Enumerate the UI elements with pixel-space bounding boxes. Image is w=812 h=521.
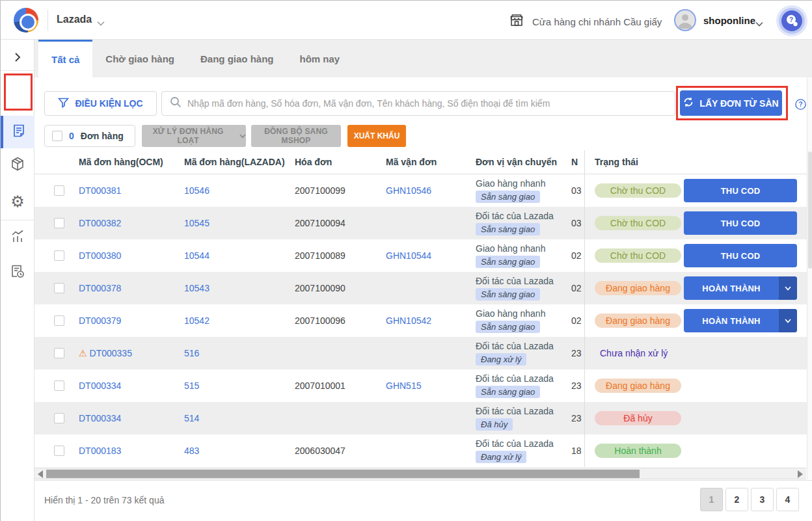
chevron-down-icon[interactable] <box>779 309 797 332</box>
status-action-button[interactable]: HOÀN THÀNH <box>684 276 797 300</box>
ocm-order-link[interactable]: DT000379 <box>79 315 121 326</box>
sidebar-expand-button[interactable] <box>1 43 34 72</box>
cell-ocm: ⚠DT000380 <box>74 250 179 261</box>
selected-orders-box: 0 Đơn hàng <box>44 125 135 147</box>
page-button-2[interactable]: 2 <box>725 488 748 511</box>
lazada-order-link[interactable]: 10543 <box>184 283 210 293</box>
carrier-name: Đối tác của Lazada <box>476 406 571 416</box>
select-all-checkbox[interactable] <box>52 131 62 141</box>
row-checkbox[interactable] <box>54 218 64 228</box>
export-button[interactable]: XUẤT KHẨU <box>347 125 406 147</box>
col-header-tracking: Mã vận đơn <box>381 157 470 167</box>
lazada-order-link[interactable]: 10544 <box>184 250 210 261</box>
avatar[interactable] <box>674 9 696 31</box>
action-button-label: HOÀN THÀNH <box>684 276 779 300</box>
pagination: 1234 <box>700 488 799 511</box>
user-menu[interactable]: shoponline <box>703 15 755 26</box>
package-icon <box>10 156 25 174</box>
cell-checkbox <box>34 381 74 391</box>
row-checkbox[interactable] <box>54 283 64 293</box>
page-button-1[interactable]: 1 <box>700 488 723 511</box>
row-checkbox[interactable] <box>54 250 64 261</box>
row-checkbox[interactable] <box>54 381 64 391</box>
row-checkbox[interactable] <box>54 315 64 326</box>
ocm-order-link[interactable]: DT000183 <box>79 446 121 456</box>
lazada-order-link[interactable]: 10542 <box>184 315 210 326</box>
carrier-status-badge: Sẵn sàng giao <box>476 288 540 301</box>
sync-to-mshop-label: ĐỒNG BỘ SANG MSHOP <box>251 127 341 145</box>
page-button-3[interactable]: 3 <box>751 488 774 511</box>
table-footer: Hiển thị 1 - 20 trên 73 kết quả 1234 <box>34 480 812 521</box>
chevron-down-icon[interactable] <box>755 18 763 29</box>
col-header-date-clipped: N <box>571 157 584 167</box>
lazada-order-link[interactable]: 10545 <box>184 218 210 228</box>
scroll-right-arrow-icon[interactable] <box>798 470 803 478</box>
sync-to-mshop-button[interactable]: ĐỒNG BỘ SANG MSHOP <box>251 125 341 147</box>
fetch-orders-button[interactable]: LẤY ĐƠN TỪ SÀN <box>680 90 782 116</box>
carrier-name: Đối tác của Lazada <box>476 341 571 351</box>
page-button-4[interactable]: 4 <box>776 488 799 511</box>
cell-tracking: GHN10542 <box>381 315 470 327</box>
cell-status: Hoàn thành <box>584 434 812 467</box>
status-action-button[interactable]: THU COD <box>684 211 797 235</box>
cell-tracking: GHN10544 <box>381 250 470 261</box>
row-checkbox[interactable] <box>54 185 64 196</box>
status-action-button[interactable]: HOÀN THÀNH <box>684 309 797 332</box>
sidebar-item-orders[interactable] <box>1 116 34 148</box>
lazada-order-link[interactable]: 516 <box>184 348 199 358</box>
action-button-label: THU COD <box>684 211 797 235</box>
cell-date-clipped: 03 <box>571 185 584 196</box>
tracking-link[interactable]: GHN10544 <box>386 250 431 261</box>
support-chat-button[interactable]: ? <box>776 5 807 36</box>
sync-icon <box>683 97 694 109</box>
ocm-order-link[interactable]: DT000382 <box>79 218 121 228</box>
cell-date-clipped: 02 <box>571 283 584 293</box>
sidebar-item-products[interactable] <box>1 151 34 180</box>
help-icon[interactable]: ? <box>795 99 806 110</box>
bulk-process-button[interactable]: XỬ LÝ ĐƠN HÀNG LOẠT <box>142 125 246 147</box>
tracking-link[interactable]: GHN10546 <box>386 185 431 196</box>
table-body: ⚠DT000381 10546 2007100099 GHN10546 Giao… <box>34 174 812 467</box>
ocm-order-link[interactable]: DT000381 <box>79 185 121 196</box>
search-input[interactable] <box>187 98 667 109</box>
order-search <box>161 91 675 116</box>
status-action-button[interactable]: THU COD <box>684 244 797 267</box>
ocm-order-link[interactable]: DT000334 <box>79 381 121 391</box>
lazada-order-link[interactable]: 515 <box>184 381 199 391</box>
cell-carrier: Đối tác của Lazada Đang xử lý <box>470 341 571 366</box>
magnifier-icon <box>170 96 182 111</box>
lazada-order-link[interactable]: 514 <box>184 413 199 423</box>
chevron-down-icon[interactable] <box>779 276 797 300</box>
scroll-left-arrow-icon[interactable] <box>38 470 43 478</box>
tab-hom-nay[interactable]: hôm nay <box>287 40 353 77</box>
platform-selector[interactable]: Lazada <box>57 14 92 25</box>
filter-conditions-button[interactable]: ĐIỀU KIỆN LỌC <box>44 91 157 116</box>
lazada-order-link[interactable]: 483 <box>184 446 199 456</box>
tracking-link[interactable]: GHN10542 <box>386 315 431 326</box>
ocm-order-link[interactable]: DT000334 <box>79 413 121 423</box>
vertical-scrollbar[interactable] <box>807 77 812 479</box>
status-action-button[interactable]: THU COD <box>684 179 797 202</box>
cell-carrier: Đối tác của Lazada Sẵn sàng giao <box>470 373 571 398</box>
chevron-down-icon[interactable] <box>97 17 105 29</box>
lazada-order-link[interactable]: 10546 <box>184 185 210 196</box>
row-checkbox[interactable] <box>54 348 64 358</box>
tab-tat-ca[interactable]: Tất cả <box>38 40 92 77</box>
row-checkbox[interactable] <box>54 413 64 423</box>
row-checkbox[interactable] <box>54 446 64 456</box>
storefront-icon <box>509 12 524 31</box>
sidebar-item-settings[interactable]: ⚙ <box>1 187 34 216</box>
sidebar-item-reports[interactable] <box>1 258 34 287</box>
sidebar-item-analytics[interactable] <box>1 224 34 252</box>
tracking-link[interactable]: GHN515 <box>386 381 421 391</box>
horizontal-scrollbar-thumb[interactable] <box>46 470 640 478</box>
ocm-order-link[interactable]: DT000335 <box>90 348 132 358</box>
vertical-scrollbar-thumb[interactable] <box>808 152 812 269</box>
tab-cho-giao-hang[interactable]: Chờ giao hàng <box>92 40 187 77</box>
ocm-order-link[interactable]: DT000380 <box>79 250 121 261</box>
tab-dang-giao-hang[interactable]: Đang giao hàng <box>187 40 287 77</box>
ocm-order-link[interactable]: DT000378 <box>79 283 121 293</box>
table-row: ⚠DT000378 10543 2007100090 Đối tác của L… <box>34 272 812 304</box>
horizontal-scrollbar[interactable] <box>34 468 806 479</box>
orders-document-icon <box>11 123 27 141</box>
